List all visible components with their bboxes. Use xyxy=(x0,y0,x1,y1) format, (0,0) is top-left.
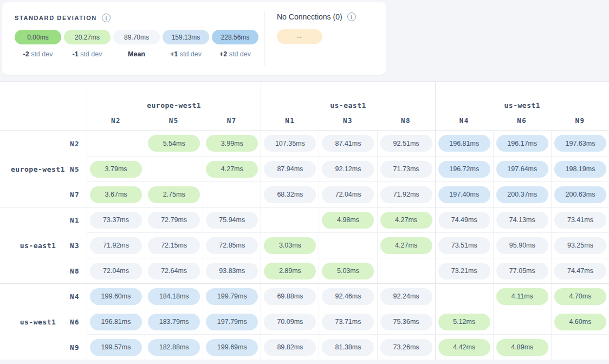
latency-pill[interactable]: 197.79ms xyxy=(206,314,258,330)
column-node-label: N7 xyxy=(203,111,261,130)
latency-cell: 72.04ms xyxy=(319,181,377,207)
latency-pill[interactable]: 71.73ms xyxy=(380,161,432,178)
latency-pill[interactable]: 196.72ms xyxy=(438,161,490,178)
latency-pill[interactable]: 196.17ms xyxy=(496,135,548,152)
latency-pill[interactable]: 72.04ms xyxy=(90,263,142,280)
latency-pill[interactable]: 4.42ms xyxy=(438,339,490,356)
latency-pill[interactable]: 4.11ms xyxy=(496,288,548,305)
latency-pill[interactable]: 87.41ms xyxy=(322,135,374,152)
latency-pill[interactable]: 75.94ms xyxy=(206,212,258,229)
latency-pill[interactable]: 199.79ms xyxy=(206,288,258,305)
latency-pill[interactable]: 4.98ms xyxy=(322,212,374,229)
latency-pill[interactable]: 3.79ms xyxy=(90,161,142,178)
latency-matrix-page: { "legend": { "title": "STANDARD DEVIATI… xyxy=(0,0,609,364)
latency-pill[interactable]: 200.63ms xyxy=(554,186,606,203)
latency-pill[interactable]: 197.40ms xyxy=(438,186,490,203)
latency-pill[interactable]: 199.57ms xyxy=(90,339,142,356)
latency-pill[interactable]: 5.03ms xyxy=(322,263,374,280)
latency-pill[interactable]: 71.92ms xyxy=(90,237,142,254)
latency-pill[interactable]: 72.64ms xyxy=(148,263,200,280)
latency-pill[interactable]: 3.67ms xyxy=(90,186,142,203)
latency-cell: 71.73ms xyxy=(377,156,435,181)
latency-pill[interactable]: 184.18ms xyxy=(148,288,200,305)
latency-pill[interactable]: 92.24ms xyxy=(380,288,432,305)
row-header: europe-west1N5 xyxy=(0,156,87,181)
latency-pill[interactable]: 69.88ms xyxy=(264,288,316,305)
info-icon[interactable]: i xyxy=(102,14,111,22)
latency-pill[interactable]: 74.13ms xyxy=(496,212,548,229)
latency-cell: 92.46ms xyxy=(319,284,377,309)
latency-pill[interactable]: 93.83ms xyxy=(206,263,258,280)
latency-pill[interactable]: 73.26ms xyxy=(380,339,432,356)
row-node-label: N9 xyxy=(70,343,80,351)
latency-pill[interactable]: 196.81ms xyxy=(90,314,142,330)
latency-pill[interactable]: 199.60ms xyxy=(90,288,142,305)
table-row: N173.37ms72.79ms75.94ms4.98ms4.27ms74.49… xyxy=(0,207,609,232)
legend-item-label: +1 std dev xyxy=(170,50,202,58)
latency-pill[interactable]: 73.41ms xyxy=(554,212,606,229)
latency-pill[interactable]: 2.89ms xyxy=(264,263,316,280)
latency-pill[interactable]: 2.75ms xyxy=(148,186,200,203)
latency-pill[interactable]: 71.92ms xyxy=(380,186,432,203)
latency-pill[interactable]: 198.19ms xyxy=(554,161,606,178)
column-node-label: N8 xyxy=(377,111,435,130)
latency-pill[interactable]: 4.27ms xyxy=(380,237,432,254)
latency-pill[interactable]: 81.38ms xyxy=(322,339,374,356)
latency-pill[interactable]: 107.35ms xyxy=(264,135,316,152)
latency-pill[interactable]: 4.60ms xyxy=(554,314,606,330)
latency-cell: 93.25ms xyxy=(551,232,609,258)
no-connections-legend: No Connections (0) i -- xyxy=(277,2,356,44)
latency-pill[interactable]: 196.81ms xyxy=(438,135,490,152)
latency-pill[interactable]: 73.51ms xyxy=(438,237,490,254)
latency-pill[interactable]: 183.79ms xyxy=(148,314,200,330)
latency-pill[interactable]: 75.36ms xyxy=(380,314,432,330)
legend-label-suffix: std dev xyxy=(29,50,53,58)
latency-cell: 197.79ms xyxy=(203,309,261,334)
latency-pill[interactable]: 74.49ms xyxy=(438,212,490,229)
latency-pill[interactable]: 73.37ms xyxy=(90,212,142,229)
latency-pill[interactable]: 4.27ms xyxy=(206,161,258,178)
column-region-label: us-west1 xyxy=(435,82,609,111)
latency-pill[interactable]: 73.71ms xyxy=(322,314,374,330)
latency-pill[interactable]: 92.51ms xyxy=(380,135,432,152)
latency-pill[interactable]: 92.46ms xyxy=(322,288,374,305)
latency-pill[interactable]: 92.12ms xyxy=(322,161,374,178)
legend-label-prefix: +1 xyxy=(170,50,178,58)
latency-pill[interactable]: 5.54ms xyxy=(148,135,200,152)
latency-pill[interactable]: 182.88ms xyxy=(148,339,200,356)
latency-pill[interactable]: 87.94ms xyxy=(264,161,316,178)
info-icon[interactable]: i xyxy=(347,12,356,21)
latency-pill[interactable]: 72.15ms xyxy=(148,237,200,254)
latency-pill[interactable]: 68.32ms xyxy=(264,186,316,203)
latency-pill[interactable]: 70.09ms xyxy=(264,314,316,330)
latency-cell: 4.27ms xyxy=(377,232,435,258)
latency-cell: 4.11ms xyxy=(493,284,551,309)
latency-pill[interactable]: 72.04ms xyxy=(322,186,374,203)
latency-pill[interactable]: 89.82ms xyxy=(264,339,316,356)
table-row: us-east1N371.92ms72.15ms72.85ms3.03ms4.2… xyxy=(0,232,609,258)
latency-pill[interactable]: 4.27ms xyxy=(380,212,432,229)
latency-pill[interactable]: 5.12ms xyxy=(438,314,490,330)
latency-pill[interactable]: 3.99ms xyxy=(206,135,258,152)
latency-pill[interactable]: 72.85ms xyxy=(206,237,258,254)
latency-cell: 74.49ms xyxy=(435,207,493,232)
latency-pill[interactable]: 72.79ms xyxy=(148,212,200,229)
latency-pill[interactable]: 197.64ms xyxy=(496,161,548,178)
latency-cell: 75.94ms xyxy=(203,207,261,232)
latency-pill[interactable]: 199.69ms xyxy=(206,339,258,356)
latency-pill[interactable]: 77.05ms xyxy=(496,263,548,280)
latency-cell: 70.09ms xyxy=(261,309,319,334)
latency-pill[interactable]: 4.89ms xyxy=(496,339,548,356)
latency-cell: 199.60ms xyxy=(87,284,145,309)
latency-pill[interactable]: 3.03ms xyxy=(264,237,316,254)
latency-cell: 72.15ms xyxy=(145,232,203,258)
latency-cell: 71.92ms xyxy=(87,232,145,258)
latency-pill[interactable]: 200.37ms xyxy=(496,186,548,203)
latency-pill[interactable]: 95.90ms xyxy=(496,237,548,254)
latency-pill[interactable]: 74.47ms xyxy=(554,263,606,280)
latency-pill[interactable]: 4.70ms xyxy=(554,288,606,305)
latency-pill[interactable]: 73.21ms xyxy=(438,263,490,280)
latency-pill[interactable]: 93.25ms xyxy=(554,237,606,254)
latency-pill[interactable]: 197.63ms xyxy=(554,135,606,152)
latency-cell: 197.63ms xyxy=(551,131,609,156)
